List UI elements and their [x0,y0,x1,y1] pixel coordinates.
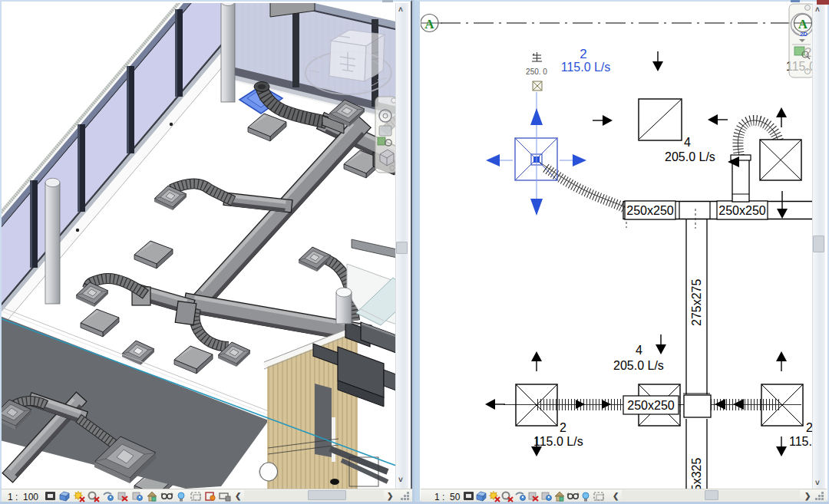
svg-text:275x275: 275x275 [690,279,703,326]
svg-text:205.0 L/s: 205.0 L/s [613,359,664,372]
svg-text:2: 2 [560,421,566,434]
svg-text:250x250: 250x250 [626,204,673,217]
svg-text:115.0 L/s: 115.0 L/s [789,435,812,448]
svg-text:2D: 2D [800,31,808,38]
svg-text:A: A [424,17,434,31]
svg-text:A: A [798,17,808,31]
svg-text:4: 4 [684,136,691,149]
svg-text:250. 0: 250. 0 [526,68,547,76]
svg-text:250x250: 250x250 [627,399,674,412]
svg-text:2: 2 [580,47,586,61]
svg-text:325x325: 325x325 [690,458,703,489]
svg-text:115.0 L/s: 115.0 L/s [533,435,583,448]
svg-text:2: 2 [806,421,812,434]
svg-text:115.0 L/s: 115.0 L/s [561,61,611,74]
svg-text:205.0 L/s: 205.0 L/s [665,150,715,163]
svg-text:250x250: 250x250 [718,204,765,217]
svg-text:4: 4 [636,344,642,357]
